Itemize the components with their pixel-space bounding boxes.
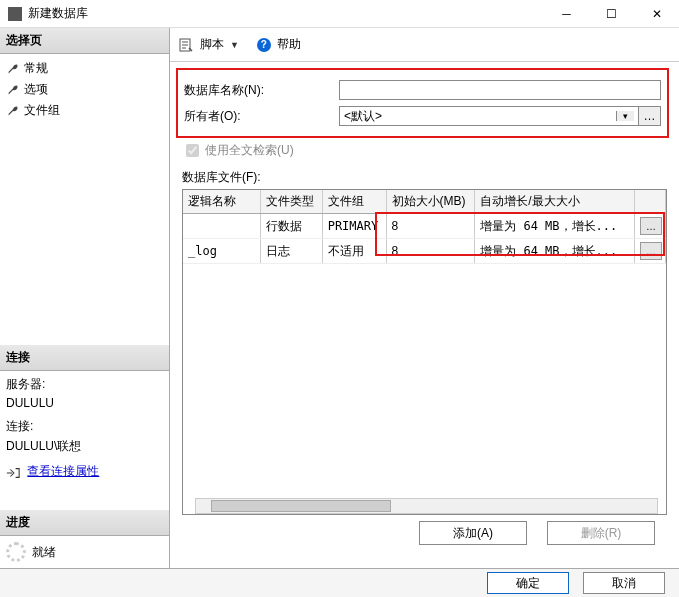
minimize-button[interactable]: ─ (544, 0, 589, 28)
cell-autogrowth[interactable]: 增量为 64 MB，增长... (475, 214, 635, 239)
server-value: DULULU (6, 394, 163, 413)
conn-label: 连接: (6, 417, 163, 436)
progress-ready: 就绪 (0, 536, 169, 568)
sidebar-item-filegroups[interactable]: 文件组 (6, 100, 163, 121)
cell-filegroup[interactable]: 不适用 (322, 239, 386, 264)
table-header-row: 逻辑名称 文件类型 文件组 初始大小(MB) 自动增长/最大大小 (183, 190, 666, 214)
wrench-icon (6, 104, 20, 118)
cell-initial-size[interactable]: 8 (386, 214, 475, 239)
cancel-button[interactable]: 取消 (583, 572, 665, 594)
files-table-wrap: 逻辑名称 文件类型 文件组 初始大小(MB) 自动增长/最大大小 行数据 PRI… (182, 189, 667, 515)
wrench-icon (6, 83, 20, 97)
sidebar: 选择页 常规 选项 文件组 连接 (0, 28, 170, 568)
sidebar-item-label: 常规 (24, 60, 48, 77)
cell-logical-name[interactable] (183, 214, 260, 239)
maximize-button[interactable]: ☐ (589, 0, 634, 28)
select-page-header: 选择页 (0, 28, 169, 54)
col-filegroup[interactable]: 文件组 (322, 190, 386, 214)
dialog-footer: 确定 取消 (0, 568, 679, 597)
titlebar: 新建数据库 ─ ☐ ✕ (0, 0, 679, 28)
chevron-down-icon[interactable]: ▼ (230, 40, 239, 50)
connection-block: 服务器: DULULU 连接: DULULU\联想 查看连接属性 (0, 371, 169, 485)
scrollbar-thumb[interactable] (211, 500, 391, 512)
window-title: 新建数据库 (28, 5, 88, 22)
remove-button: 删除(R) (547, 521, 655, 545)
col-autogrowth[interactable]: 自动增长/最大大小 (475, 190, 635, 214)
sidebar-item-general[interactable]: 常规 (6, 58, 163, 79)
help-icon: ? (257, 38, 271, 52)
form-area: 数据库名称(N): 所有者(O): <默认> ▾ … (170, 62, 679, 559)
files-table[interactable]: 逻辑名称 文件类型 文件组 初始大小(MB) 自动增长/最大大小 行数据 PRI… (183, 190, 666, 264)
cell-file-type[interactable]: 日志 (260, 239, 322, 264)
app-icon (8, 7, 22, 21)
owner-value: <默认> (344, 108, 382, 125)
db-name-input[interactable] (339, 80, 661, 100)
ok-button[interactable]: 确定 (487, 572, 569, 594)
sidebar-item-label: 选项 (24, 81, 48, 98)
view-connection-properties-link[interactable]: 查看连接属性 (27, 464, 99, 478)
files-label: 数据库文件(F): (182, 169, 667, 186)
autogrowth-browse-button[interactable]: … (640, 217, 662, 235)
owner-select[interactable]: <默认> ▾ (339, 106, 639, 126)
wrench-icon (6, 62, 20, 76)
script-dropdown[interactable]: 脚本 (200, 36, 224, 53)
toolbar: 脚本 ▼ ? 帮助 (170, 28, 679, 62)
table-row[interactable]: _log 日志 不适用 8 增量为 64 MB，增长... … (183, 239, 666, 264)
col-initial-size[interactable]: 初始大小(MB) (386, 190, 475, 214)
spinner-icon (6, 542, 26, 562)
db-name-label: 数据库名称(N): (184, 82, 339, 99)
fulltext-checkbox (186, 144, 199, 157)
script-icon (178, 37, 194, 53)
cell-filegroup[interactable]: PRIMARY (322, 214, 386, 239)
cell-file-type[interactable]: 行数据 (260, 214, 322, 239)
col-file-type[interactable]: 文件类型 (260, 190, 322, 214)
add-button[interactable]: 添加(A) (419, 521, 527, 545)
conn-value: DULULU\联想 (6, 437, 163, 456)
close-button[interactable]: ✕ (634, 0, 679, 28)
content: 脚本 ▼ ? 帮助 数据库名称(N): 所有者(O): <默认> (170, 28, 679, 568)
page-list: 常规 选项 文件组 (0, 54, 169, 125)
fulltext-label: 使用全文检索(U) (205, 142, 294, 159)
owner-browse-button[interactable]: … (639, 106, 661, 126)
cell-logical-name[interactable]: _log (183, 239, 260, 264)
autogrowth-browse-button[interactable]: … (640, 242, 662, 260)
horizontal-scrollbar[interactable] (195, 498, 658, 514)
chevron-down-icon[interactable]: ▾ (616, 111, 634, 121)
owner-label: 所有者(O): (184, 108, 339, 125)
connection-header: 连接 (0, 345, 169, 371)
sidebar-item-options[interactable]: 选项 (6, 79, 163, 100)
progress-header: 进度 (0, 510, 169, 536)
cell-autogrowth[interactable]: 增量为 64 MB，增长... (475, 239, 635, 264)
table-row[interactable]: 行数据 PRIMARY 8 增量为 64 MB，增长... … (183, 214, 666, 239)
cell-initial-size[interactable]: 8 (386, 239, 475, 264)
help-button[interactable]: 帮助 (277, 36, 301, 53)
sidebar-item-label: 文件组 (24, 102, 60, 119)
ready-text: 就绪 (32, 544, 56, 561)
connection-props-icon (6, 466, 20, 478)
col-logical-name[interactable]: 逻辑名称 (183, 190, 260, 214)
server-label: 服务器: (6, 375, 163, 394)
